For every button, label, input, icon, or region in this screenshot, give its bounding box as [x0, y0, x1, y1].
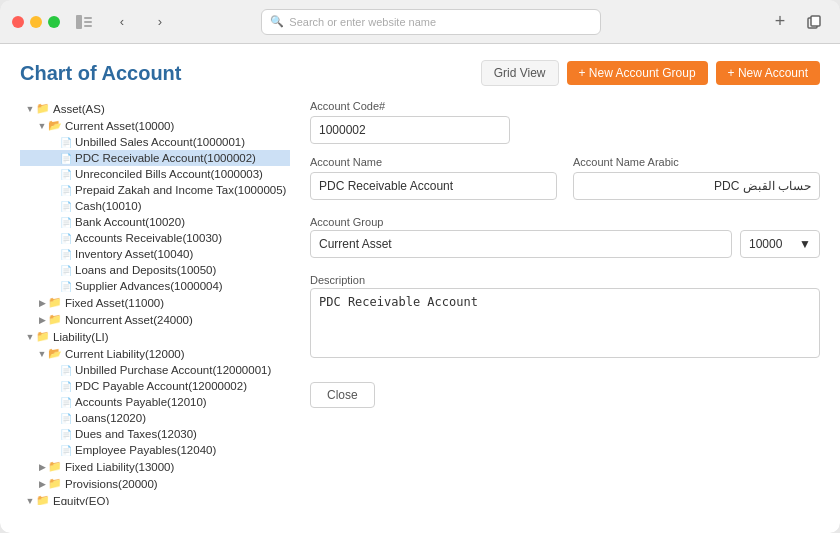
tree-item-loans[interactable]: 📄 Loans(12020)	[20, 410, 290, 426]
tree-item-supplier-advances[interactable]: 📄 Supplier Advances(1000004)	[20, 278, 290, 294]
tree-item-fixed-asset[interactable]: ▶ 📁 Fixed Asset(11000)	[20, 294, 290, 311]
tree-item-inventory[interactable]: 📄 Inventory Asset(10040)	[20, 246, 290, 262]
header-actions: Grid View + New Account Group + New Acco…	[481, 60, 820, 86]
account-group-num-value: 10000	[749, 237, 782, 251]
spacer	[48, 444, 60, 456]
account-name-arabic-group: Account Name Arabic	[573, 156, 820, 200]
account-name-input[interactable]	[310, 172, 557, 200]
svg-rect-1	[84, 17, 92, 19]
folder-icon: 📁	[36, 330, 50, 343]
tree-label: Cash(10010)	[75, 200, 141, 212]
tree-label: PDC Payable Account(12000002)	[75, 380, 247, 392]
spacer	[48, 216, 60, 228]
account-name-arabic-label: Account Name Arabic	[573, 156, 820, 168]
tree-label: Equity(EQ)	[53, 495, 109, 506]
spacer	[48, 200, 60, 212]
spacer	[48, 168, 60, 180]
sidebar-toggle-button[interactable]	[70, 8, 98, 36]
account-code-row: Account Code#	[310, 100, 820, 144]
spacer	[48, 364, 60, 376]
tree-label: Employee Payables(12040)	[75, 444, 216, 456]
page-header: Chart of Account Grid View + New Account…	[20, 60, 820, 86]
tree-item-pdc-receivable[interactable]: 📄 PDC Receivable Account(1000002)	[20, 150, 290, 166]
tree-item-cash[interactable]: 📄 Cash(10010)	[20, 198, 290, 214]
account-name-arabic-input[interactable]	[573, 172, 820, 200]
tree-label: Supplier Advances(1000004)	[75, 280, 223, 292]
spacer	[48, 184, 60, 196]
tree-item-current-asset[interactable]: ▼ 📂 Current Asset(10000)	[20, 117, 290, 134]
tree-item-unbilled-sales[interactable]: 📄 Unbilled Sales Account(1000001)	[20, 134, 290, 150]
file-icon: 📄	[60, 153, 72, 164]
tree-label: Liability(LI)	[53, 331, 109, 343]
tree-item-provisions[interactable]: ▶ 📁 Provisions(20000)	[20, 475, 290, 492]
tree-item-unreconciled[interactable]: 📄 Unreconciled Bills Account(1000003)	[20, 166, 290, 182]
tree-item-accounts-payable[interactable]: 📄 Accounts Payable(12010)	[20, 394, 290, 410]
duplicate-tab-button[interactable]	[800, 8, 828, 36]
spacer	[48, 412, 60, 424]
new-tab-button[interactable]: +	[766, 8, 794, 36]
file-icon: 📄	[60, 397, 72, 408]
new-account-group-button[interactable]: + New Account Group	[567, 61, 708, 85]
account-name-group: Account Name	[310, 156, 557, 200]
toggle-icon: ▶	[36, 297, 48, 309]
tree-item-pdc-payable[interactable]: 📄 PDC Payable Account(12000002)	[20, 378, 290, 394]
file-icon: 📄	[60, 169, 72, 180]
account-group-label: Account Group	[310, 216, 383, 228]
tree-item-employee-payables[interactable]: 📄 Employee Payables(12040)	[20, 442, 290, 458]
file-icon: 📄	[60, 201, 72, 212]
tree-item-fixed-liability[interactable]: ▶ 📁 Fixed Liability(13000)	[20, 458, 290, 475]
toggle-icon: ▼	[24, 331, 36, 343]
back-button[interactable]: ‹	[108, 8, 136, 36]
folder-icon: 📁	[48, 296, 62, 309]
file-icon: 📄	[60, 413, 72, 424]
file-icon: 📄	[60, 265, 72, 276]
grid-view-button[interactable]: Grid View	[481, 60, 559, 86]
toggle-icon: ▼	[36, 348, 48, 360]
folder-icon: 📁	[36, 102, 50, 115]
forward-button[interactable]: ›	[146, 8, 174, 36]
close-button[interactable]	[12, 16, 24, 28]
tree-item-noncurrent-asset[interactable]: ▶ 📁 Noncurrent Asset(24000)	[20, 311, 290, 328]
minimize-button[interactable]	[30, 16, 42, 28]
close-button[interactable]: Close	[310, 382, 375, 408]
new-account-button[interactable]: + New Account	[716, 61, 820, 85]
file-icon: 📄	[60, 233, 72, 244]
account-code-label: Account Code#	[310, 100, 820, 112]
account-group-inputs: 10000 ▼	[310, 230, 820, 258]
tree-item-prepaid[interactable]: 📄 Prepaid Zakah and Income Tax(1000005)	[20, 182, 290, 198]
tree-item-asset[interactable]: ▼ 📁 Asset(AS)	[20, 100, 290, 117]
tree-label: Accounts Payable(12010)	[75, 396, 207, 408]
account-group-num-dropdown[interactable]: 10000 ▼	[740, 230, 820, 258]
tree-item-unbilled-purchase[interactable]: 📄 Unbilled Purchase Account(12000001)	[20, 362, 290, 378]
spacer	[48, 136, 60, 148]
tree-label: Noncurrent Asset(24000)	[65, 314, 193, 326]
page-title: Chart of Account	[20, 62, 181, 85]
file-icon: 📄	[60, 429, 72, 440]
tree-label: Unbilled Purchase Account(12000001)	[75, 364, 271, 376]
toggle-icon: ▼	[24, 103, 36, 115]
spacer	[48, 280, 60, 292]
description-textarea[interactable]	[310, 288, 820, 358]
tree-item-current-liability[interactable]: ▼ 📂 Current Liability(12000)	[20, 345, 290, 362]
tree-item-accounts-receivable[interactable]: 📄 Accounts Receivable(10030)	[20, 230, 290, 246]
account-group-row: Account Group 10000 ▼	[310, 212, 820, 258]
folder-icon: 📁	[48, 477, 62, 490]
address-bar[interactable]: 🔍 Search or enter website name	[261, 9, 601, 35]
tree-item-equity[interactable]: ▼ 📁 Equity(EQ)	[20, 492, 290, 505]
tree-label: Current Asset(10000)	[65, 120, 174, 132]
account-code-input[interactable]	[310, 116, 510, 144]
tree-label: Accounts Receivable(10030)	[75, 232, 222, 244]
tree-item-dues-taxes[interactable]: 📄 Dues and Taxes(12030)	[20, 426, 290, 442]
app-body: Chart of Account Grid View + New Account…	[0, 44, 840, 533]
file-icon: 📄	[60, 217, 72, 228]
maximize-button[interactable]	[48, 16, 60, 28]
file-icon: 📄	[60, 185, 72, 196]
tree-item-bank[interactable]: 📄 Bank Account(10020)	[20, 214, 290, 230]
account-group-input[interactable]	[310, 230, 732, 258]
tree-item-loans-deposits[interactable]: 📄 Loans and Deposits(10050)	[20, 262, 290, 278]
svg-rect-3	[84, 25, 92, 27]
tree-item-liability[interactable]: ▼ 📁 Liability(LI)	[20, 328, 290, 345]
tree-label: Unbilled Sales Account(1000001)	[75, 136, 245, 148]
chevron-down-icon: ▼	[799, 237, 811, 251]
account-name-row: Account Name Account Name Arabic	[310, 156, 820, 200]
